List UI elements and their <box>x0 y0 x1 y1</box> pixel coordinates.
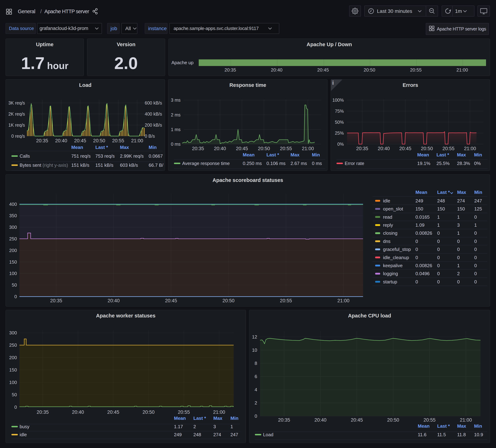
svg-text:Max: Max <box>213 416 222 421</box>
svg-text:6: 6 <box>255 374 257 379</box>
svg-text:grafanacloud-k3d-prom: grafanacloud-k3d-prom <box>40 26 88 31</box>
svg-text:2.0: 2.0 <box>114 54 138 73</box>
svg-text:keepalive: keepalive <box>383 263 403 268</box>
svg-text:Min: Min <box>474 152 482 158</box>
svg-text:0: 0 <box>457 239 460 244</box>
svg-text:20:50: 20:50 <box>222 298 234 303</box>
svg-text:0: 0 <box>437 239 440 244</box>
svg-text:Min: Min <box>474 190 482 195</box>
svg-text:603 kB/s: 603 kB/s <box>120 162 138 168</box>
svg-text:1m: 1m <box>455 8 462 14</box>
svg-text:20:40: 20:40 <box>214 146 226 151</box>
svg-text:25%: 25% <box>335 130 344 136</box>
svg-text:Last *: Last * <box>436 152 449 158</box>
svg-text:20:45: 20:45 <box>107 410 119 415</box>
svg-text:249: 249 <box>174 432 182 437</box>
svg-text:0: 0 <box>437 230 440 236</box>
svg-text:20:40: 20:40 <box>55 138 67 144</box>
svg-text:21:00: 21:00 <box>456 67 468 73</box>
svg-text:10.9: 10.9 <box>474 432 483 437</box>
svg-text:0: 0 <box>457 247 460 252</box>
svg-text:Max: Max <box>291 152 300 158</box>
svg-text:0: 0 <box>416 239 418 244</box>
svg-text:247: 247 <box>474 198 482 204</box>
svg-text:274: 274 <box>457 198 465 204</box>
svg-text:0: 0 <box>15 404 17 410</box>
svg-text:0: 0 <box>416 279 418 285</box>
svg-text:2 ms: 2 ms <box>171 112 181 117</box>
svg-text:reply: reply <box>383 222 393 228</box>
svg-text:/: / <box>40 9 42 14</box>
svg-text:247: 247 <box>231 432 238 437</box>
svg-text:Min: Min <box>231 416 238 421</box>
svg-text:200 kB/s: 200 kB/s <box>145 123 162 128</box>
svg-text:Load: Load <box>263 432 273 437</box>
svg-text:3K req/s: 3K req/s <box>8 100 25 105</box>
svg-text:11.5: 11.5 <box>437 432 446 437</box>
svg-text:Response time: Response time <box>229 82 266 88</box>
svg-text:0: 0 <box>437 263 440 268</box>
svg-text:3 ms: 3 ms <box>171 97 181 103</box>
svg-text:21:00: 21:00 <box>460 417 472 423</box>
svg-text:Last *: Last * <box>266 152 279 158</box>
svg-text:Apache CPU load: Apache CPU load <box>348 313 391 319</box>
svg-text:i: i <box>332 80 334 86</box>
svg-text:350: 350 <box>9 213 17 218</box>
svg-text:Apache HTTP server logs: Apache HTTP server logs <box>437 26 486 32</box>
svg-text:1 ms: 1 ms <box>171 127 181 132</box>
svg-text:250: 250 <box>9 236 17 241</box>
svg-text:20:50: 20:50 <box>387 417 399 423</box>
svg-text:4: 4 <box>255 387 257 392</box>
svg-text:20:55: 20:55 <box>178 410 190 415</box>
svg-text:read: read <box>383 214 392 220</box>
svg-text:21:00: 21:00 <box>302 146 314 151</box>
svg-text:151 kB/s: 151 kB/s <box>95 162 113 168</box>
svg-text:1: 1 <box>437 222 440 228</box>
svg-text:0: 0 <box>457 255 460 260</box>
svg-text:Last 30 minutes: Last 30 minutes <box>377 8 412 14</box>
svg-text:logging: logging <box>383 271 398 276</box>
svg-text:1.09: 1.09 <box>416 222 425 228</box>
svg-text:2.67 ms: 2.67 ms <box>291 161 307 166</box>
svg-text:Min: Min <box>312 152 320 158</box>
svg-text:Calls: Calls <box>20 153 30 159</box>
svg-text:Last *: Last * <box>437 423 450 429</box>
svg-text:Mean: Mean <box>243 152 254 158</box>
svg-text:3: 3 <box>457 222 460 228</box>
svg-text:busy: busy <box>20 424 30 429</box>
svg-text:20:40: 20:40 <box>108 298 120 303</box>
svg-text:28.3%: 28.3% <box>457 161 470 166</box>
svg-text:dns: dns <box>383 239 390 244</box>
svg-text:20:55: 20:55 <box>423 417 435 423</box>
svg-text:2.99K req/s: 2.99K req/s <box>120 153 144 159</box>
svg-text:20:35: 20:35 <box>192 146 204 151</box>
svg-text:0.0165: 0.0165 <box>416 214 430 220</box>
svg-text:20:35: 20:35 <box>356 146 368 151</box>
svg-text:0: 0 <box>474 230 477 236</box>
svg-text:open_slot: open_slot <box>383 206 403 211</box>
svg-text:66.7 B/: 66.7 B/ <box>149 162 163 168</box>
svg-text:20:55: 20:55 <box>112 138 124 144</box>
svg-text:25.5%: 25.5% <box>436 161 450 166</box>
svg-text:0: 0 <box>437 271 440 276</box>
svg-text:All: All <box>125 26 131 31</box>
svg-text:Max: Max <box>457 423 466 429</box>
svg-text:20:45: 20:45 <box>399 146 411 151</box>
svg-text:125: 125 <box>474 206 482 211</box>
svg-text:Mean: Mean <box>416 190 427 195</box>
svg-text:0: 0 <box>474 214 477 220</box>
svg-text:19.1%: 19.1% <box>417 161 430 166</box>
svg-text:300: 300 <box>9 224 17 230</box>
svg-text:0.00826: 0.00826 <box>416 263 432 268</box>
svg-text:0 B/s: 0 B/s <box>145 134 155 139</box>
svg-text:0: 0 <box>474 271 477 276</box>
svg-text:10: 10 <box>252 347 257 353</box>
svg-text:0: 0 <box>474 255 477 260</box>
svg-text:150: 150 <box>9 259 17 265</box>
svg-text:Mean: Mean <box>417 152 429 158</box>
svg-text:closing: closing <box>383 230 397 236</box>
svg-text:1K req/s: 1K req/s <box>8 123 25 128</box>
svg-text:21:00: 21:00 <box>131 138 143 144</box>
svg-text:151 kB/s: 151 kB/s <box>71 162 89 168</box>
svg-text:75%: 75% <box>335 109 344 114</box>
